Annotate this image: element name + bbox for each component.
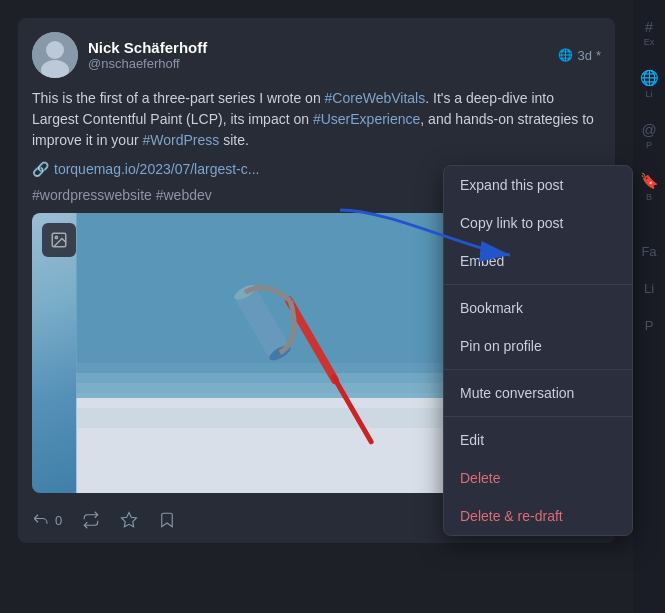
dropdown-item-mute[interactable]: Mute conversation — [444, 374, 632, 412]
pin-label: Pin on profile — [460, 338, 542, 354]
image-alt-icon — [42, 223, 76, 257]
display-name: Nick Schäferhoff — [88, 39, 207, 56]
sidebar-label-p: P — [646, 140, 652, 150]
hashtag-wordpress[interactable]: #WordPress — [142, 132, 219, 148]
svg-point-17 — [55, 236, 57, 238]
svg-marker-18 — [122, 513, 137, 527]
edit-label: Edit — [460, 432, 484, 448]
dropdown-menu: Expand this post Copy link to post Embed… — [443, 165, 633, 536]
sidebar-item-p2[interactable]: P — [645, 318, 654, 333]
bookmark-side-icon: 🔖 — [640, 172, 659, 190]
svg-point-1 — [46, 41, 64, 59]
globe-icon: 🌐 — [640, 69, 659, 87]
copy-link-label: Copy link to post — [460, 215, 564, 231]
sidebar-label-b: B — [646, 192, 652, 202]
dropdown-item-bookmark[interactable]: Bookmark — [444, 289, 632, 327]
content-text-1: This is the first of a three-part series… — [32, 90, 325, 106]
boost-icon — [82, 511, 100, 529]
dropdown-item-edit[interactable]: Edit — [444, 421, 632, 459]
p-icon: P — [645, 318, 654, 333]
li-icon: Li — [644, 281, 654, 296]
sidebar-item-li[interactable]: 🌐 Li — [640, 69, 659, 99]
sidebar-label-ex: Ex — [644, 37, 655, 47]
delete-draft-label: Delete & re-draft — [460, 508, 563, 524]
mute-label: Mute conversation — [460, 385, 574, 401]
boost-button[interactable] — [82, 511, 100, 529]
delete-label: Delete — [460, 470, 500, 486]
link-text: torquemag.io/2023/07/largest-c... — [54, 161, 259, 177]
expand-label: Expand this post — [460, 177, 564, 193]
at-icon: @ — [641, 121, 656, 138]
divider-3 — [444, 416, 632, 417]
sidebar-item-b[interactable]: 🔖 B — [640, 172, 659, 202]
sidebar-label-li: Li — [645, 89, 652, 99]
post-content: This is the first of a three-part series… — [32, 88, 601, 151]
sidebar-item-li2[interactable]: Li — [644, 281, 654, 296]
sidebar-right: # Ex 🌐 Li @ P 🔖 B Fa Li P — [633, 0, 665, 613]
author-info: Nick Schäferhoff @nschaeferhoff — [32, 32, 207, 78]
sidebar-item-p[interactable]: @ P — [641, 121, 656, 150]
timestamp: 3d — [577, 48, 591, 63]
hashtag-corewebvitals[interactable]: #CoreWebVitals — [325, 90, 426, 106]
hashtag-userexperience[interactable]: #UserExperience — [313, 111, 420, 127]
avatar-image — [32, 32, 78, 78]
dropdown-item-embed[interactable]: Embed — [444, 242, 632, 280]
embed-label: Embed — [460, 253, 504, 269]
content-text-4: site. — [219, 132, 249, 148]
sidebar-item-ex[interactable]: # Ex — [644, 18, 655, 47]
reply-button[interactable]: 0 — [32, 511, 62, 529]
sidebar-item-fa[interactable]: Fa — [641, 244, 656, 259]
divider-1 — [444, 284, 632, 285]
dropdown-item-delete[interactable]: Delete — [444, 459, 632, 497]
avatar — [32, 32, 78, 78]
hash-icon: # — [645, 18, 653, 35]
visibility-globe-icon: 🌐 — [558, 48, 573, 62]
username: @nschaeferhoff — [88, 56, 207, 71]
bookmark-icon — [158, 511, 176, 529]
reply-icon — [32, 511, 50, 529]
dropdown-item-pin[interactable]: Pin on profile — [444, 327, 632, 365]
link-icon: 🔗 — [32, 161, 49, 177]
author-names: Nick Schäferhoff @nschaeferhoff — [88, 39, 207, 71]
bookmark-button[interactable] — [158, 511, 176, 529]
post-header: Nick Schäferhoff @nschaeferhoff 🌐 3d * — [32, 32, 601, 78]
timestamp-suffix: * — [596, 48, 601, 63]
dropdown-item-expand[interactable]: Expand this post — [444, 166, 632, 204]
post-meta: 🌐 3d * — [558, 48, 601, 63]
reply-count: 0 — [55, 513, 62, 528]
star-icon — [120, 511, 138, 529]
dropdown-item-delete-draft[interactable]: Delete & re-draft — [444, 497, 632, 535]
star-button[interactable] — [120, 511, 138, 529]
divider-2 — [444, 369, 632, 370]
bookmark-menu-label: Bookmark — [460, 300, 523, 316]
dropdown-item-copy-link[interactable]: Copy link to post — [444, 204, 632, 242]
fa-icon: Fa — [641, 244, 656, 259]
